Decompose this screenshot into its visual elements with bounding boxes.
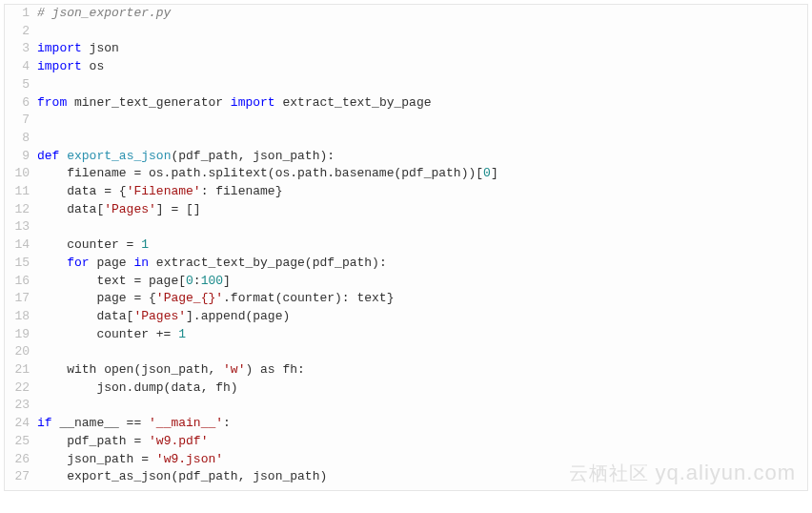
line-number: 17 — [5, 290, 37, 308]
line-content: json.dump(data, fh) — [37, 380, 238, 398]
code-line: 14 counter = 1 — [5, 236, 807, 255]
line-number: 19 — [5, 326, 37, 344]
code-line: 21 with open(json_path, 'w') as fh: — [5, 361, 807, 380]
line-content — [37, 76, 45, 94]
code-line: 3import json — [5, 40, 807, 58]
line-content: text = page[0:100] — [37, 273, 231, 291]
line-content: def export_as_json(pdf_path, json_path): — [37, 148, 335, 166]
line-content: for page in extract_text_by_page(pdf_pat… — [37, 255, 387, 273]
line-number: 25 — [5, 433, 37, 451]
line-content: # json_exporter.py — [37, 5, 171, 23]
line-number: 6 — [5, 94, 37, 113]
line-content — [37, 130, 45, 148]
code-line: 26 json_path = 'w9.json' — [5, 451, 807, 469]
line-content: data['Pages'] = [] — [37, 201, 201, 219]
code-line: 1# json_exporter.py — [5, 5, 807, 23]
line-content: pdf_path = 'w9.pdf' — [37, 433, 208, 451]
code-line: 5 — [5, 76, 807, 94]
line-number: 16 — [5, 273, 37, 291]
line-number: 26 — [5, 451, 37, 469]
code-line: 19 counter += 1 — [5, 326, 807, 344]
code-line: 16 text = page[0:100] — [5, 273, 807, 291]
line-content: json_path = 'w9.json' — [37, 451, 223, 469]
code-line: 24if __name__ == '__main__': — [5, 415, 807, 433]
line-number: 20 — [5, 343, 37, 361]
line-content: import json — [37, 40, 119, 58]
line-content — [37, 218, 45, 236]
line-number: 2 — [5, 23, 37, 41]
code-line: 11 data = {'Filename': filename} — [5, 183, 807, 201]
line-number: 12 — [5, 201, 37, 219]
code-line: 15 for page in extract_text_by_page(pdf_… — [5, 255, 807, 273]
code-line: 8 — [5, 130, 807, 148]
line-content: data['Pages'].append(page) — [37, 308, 290, 326]
code-line: 6from miner_text_generator import extrac… — [5, 94, 807, 113]
line-content: page = {'Page_{}'.format(counter): text} — [37, 290, 394, 308]
code-line: 23 — [5, 397, 807, 415]
code-line: 7 — [5, 112, 807, 130]
line-number: 10 — [5, 165, 37, 183]
line-number: 24 — [5, 415, 37, 433]
line-number: 23 — [5, 397, 37, 415]
line-number: 14 — [5, 236, 37, 255]
line-content: data = {'Filename': filename} — [37, 183, 282, 201]
line-number: 7 — [5, 112, 37, 130]
code-line: 27 export_as_json(pdf_path, json_path) — [5, 468, 807, 486]
code-lines: 1# json_exporter.py2 3import json4import… — [5, 5, 807, 486]
line-content — [37, 397, 45, 415]
line-number: 13 — [5, 218, 37, 236]
line-number: 4 — [5, 58, 37, 76]
line-number: 22 — [5, 380, 37, 398]
line-number: 11 — [5, 183, 37, 201]
line-content: export_as_json(pdf_path, json_path) — [37, 468, 327, 486]
code-line: 22 json.dump(data, fh) — [5, 380, 807, 398]
line-content: with open(json_path, 'w') as fh: — [37, 361, 305, 380]
line-number: 9 — [5, 148, 37, 166]
line-content: import os — [37, 58, 104, 76]
line-number: 27 — [5, 468, 37, 486]
code-block: 1# json_exporter.py2 3import json4import… — [4, 4, 808, 491]
line-number: 5 — [5, 76, 37, 94]
line-number: 3 — [5, 40, 37, 58]
line-number: 15 — [5, 255, 37, 273]
line-content: counter = 1 — [37, 236, 149, 255]
code-line: 2 — [5, 23, 807, 41]
code-line: 20 — [5, 343, 807, 361]
code-line: 17 page = {'Page_{}'.format(counter): te… — [5, 290, 807, 308]
line-number: 1 — [5, 5, 37, 23]
line-content: from miner_text_generator import extract… — [37, 94, 432, 113]
line-number: 8 — [5, 130, 37, 148]
line-content: if __name__ == '__main__': — [37, 415, 231, 433]
line-content — [37, 23, 45, 41]
code-line: 13 — [5, 218, 807, 236]
code-line: 9def export_as_json(pdf_path, json_path)… — [5, 148, 807, 166]
code-line: 10 filename = os.path.splitext(os.path.b… — [5, 165, 807, 183]
line-number: 21 — [5, 361, 37, 380]
line-content: filename = os.path.splitext(os.path.base… — [37, 165, 498, 183]
code-line: 4import os — [5, 58, 807, 76]
code-line: 18 data['Pages'].append(page) — [5, 308, 807, 326]
line-content: counter += 1 — [37, 326, 186, 344]
code-line: 12 data['Pages'] = [] — [5, 201, 807, 219]
line-number: 18 — [5, 308, 37, 326]
code-line: 25 pdf_path = 'w9.pdf' — [5, 433, 807, 451]
line-content — [37, 112, 45, 130]
line-content — [37, 343, 45, 361]
